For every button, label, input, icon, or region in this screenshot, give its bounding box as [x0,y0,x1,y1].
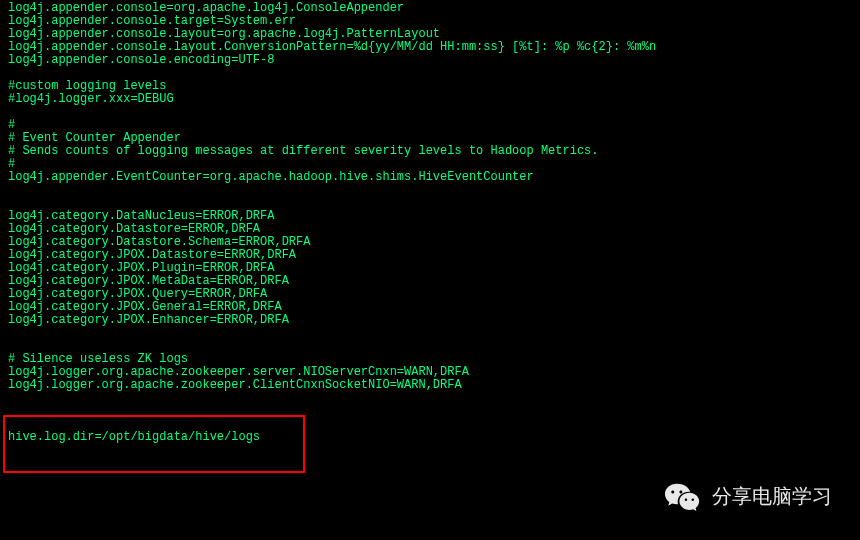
watermark-text: 分享电脑学习 [712,490,832,503]
config-file-content: log4j.appender.console=org.apache.log4j.… [8,2,852,444]
config-line: log4j.logger.org.apache.zookeeper.Client… [8,379,852,392]
config-line [8,327,852,340]
config-line: # Sends counts of logging messages at di… [8,145,852,158]
watermark: 分享电脑学习 [664,480,832,512]
config-line: log4j.appender.console.encoding=UTF-8 [8,54,852,67]
config-line [8,392,852,405]
wechat-icon [664,480,702,512]
config-line: log4j.appender.EventCounter=org.apache.h… [8,171,852,184]
config-line: hive.log.dir=/opt/bigdata/hive/logs [8,431,852,444]
config-line [8,405,852,418]
config-line: #log4j.logger.xxx=DEBUG [8,93,852,106]
config-line [8,106,852,119]
config-line [8,184,852,197]
config-line: log4j.category.JPOX.Enhancer=ERROR,DRFA [8,314,852,327]
